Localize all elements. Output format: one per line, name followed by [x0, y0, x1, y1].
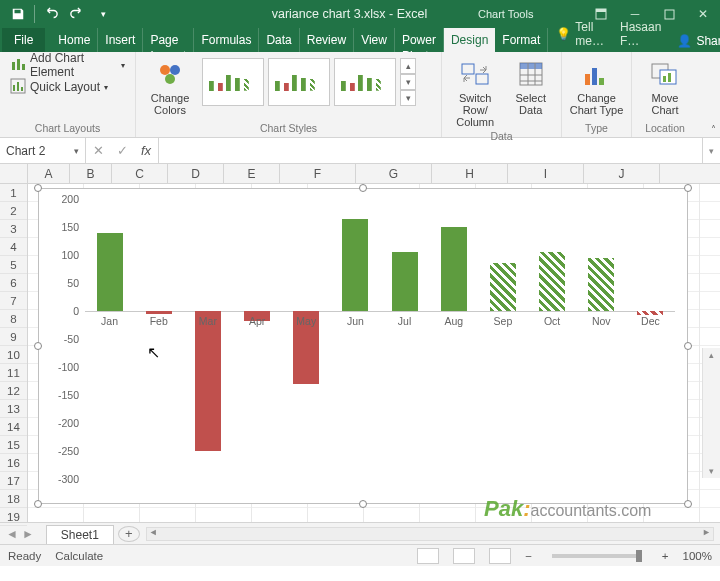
row-header[interactable]: 14: [0, 418, 27, 436]
tab-review[interactable]: Review: [300, 28, 354, 52]
resize-handle[interactable]: [34, 184, 42, 192]
scroll-up-icon[interactable]: ▴: [400, 58, 416, 74]
row-header[interactable]: 5: [0, 256, 27, 274]
column-header[interactable]: A: [28, 164, 70, 183]
chart-bar[interactable]: [195, 311, 221, 451]
tab-page-layout[interactable]: Page Layout: [143, 28, 194, 52]
row-header[interactable]: 2: [0, 202, 27, 220]
row-header[interactable]: 7: [0, 292, 27, 310]
sheet-nav[interactable]: ◄►: [0, 527, 40, 541]
change-chart-type-button[interactable]: Change Chart Type: [568, 54, 625, 116]
tab-view[interactable]: View: [354, 28, 395, 52]
chart-style-2[interactable]: [268, 58, 330, 106]
tab-home[interactable]: Home: [51, 28, 98, 52]
row-header[interactable]: 4: [0, 238, 27, 256]
fx-icon[interactable]: fx: [134, 143, 158, 158]
next-sheet-icon[interactable]: ►: [22, 527, 34, 541]
signed-in-user[interactable]: Hasaan F…: [612, 16, 669, 52]
redo-icon[interactable]: [65, 2, 89, 26]
row-header[interactable]: 13: [0, 400, 27, 418]
add-chart-element-button[interactable]: Add Chart Element ▾: [6, 54, 129, 76]
sheet-tab-active[interactable]: Sheet1: [46, 525, 114, 544]
move-chart-button[interactable]: Move Chart: [638, 54, 692, 116]
tab-file[interactable]: File: [2, 28, 45, 52]
row-header[interactable]: 9: [0, 328, 27, 346]
cancel-icon[interactable]: ✕: [86, 143, 110, 158]
resize-handle[interactable]: [34, 342, 42, 350]
tab-design[interactable]: Design: [444, 28, 495, 52]
tab-data[interactable]: Data: [259, 28, 299, 52]
tab-power-pivot[interactable]: Power Pivot: [395, 28, 444, 52]
row-header[interactable]: 18: [0, 490, 27, 508]
new-sheet-button[interactable]: +: [118, 526, 140, 542]
chart-bar[interactable]: [342, 219, 368, 311]
scroll-up-icon[interactable]: ▴: [709, 350, 714, 360]
vertical-scrollbar[interactable]: ▴▾: [702, 348, 720, 478]
column-header[interactable]: D: [168, 164, 224, 183]
chart-bar[interactable]: [97, 233, 123, 311]
row-header[interactable]: 6: [0, 274, 27, 292]
page-break-view-button[interactable]: [489, 548, 511, 564]
page-layout-view-button[interactable]: [453, 548, 475, 564]
resize-handle[interactable]: [359, 500, 367, 508]
column-header[interactable]: I: [508, 164, 584, 183]
tab-insert[interactable]: Insert: [98, 28, 143, 52]
row-header[interactable]: 17: [0, 472, 27, 490]
undo-icon[interactable]: [39, 2, 63, 26]
prev-sheet-icon[interactable]: ◄: [6, 527, 18, 541]
chart-bar[interactable]: [539, 252, 565, 311]
row-header[interactable]: 15: [0, 436, 27, 454]
expand-formula-bar-icon[interactable]: ▾: [702, 138, 720, 163]
normal-view-button[interactable]: [417, 548, 439, 564]
column-header[interactable]: C: [112, 164, 168, 183]
quick-layout-button[interactable]: Quick Layout ▾: [6, 76, 112, 98]
zoom-in-button[interactable]: +: [662, 550, 669, 562]
row-header[interactable]: 11: [0, 364, 27, 382]
select-all-corner[interactable]: [0, 164, 28, 183]
column-header[interactable]: J: [584, 164, 660, 183]
row-header[interactable]: 10: [0, 346, 27, 364]
scroll-down-icon[interactable]: ▾: [709, 466, 714, 476]
share-button[interactable]: 👤Share: [669, 30, 720, 52]
column-header[interactable]: H: [432, 164, 508, 183]
qat-customize-icon[interactable]: ▾: [91, 2, 115, 26]
zoom-level[interactable]: 100%: [683, 550, 712, 562]
chart-bar[interactable]: [588, 258, 614, 311]
scroll-down-icon[interactable]: ▾: [400, 74, 416, 90]
row-header[interactable]: 19: [0, 508, 27, 526]
formula-input[interactable]: [159, 138, 702, 163]
chart-bar[interactable]: [146, 311, 172, 314]
embedded-chart[interactable]: 200150100500-50-100-150-200-250-300JanFe…: [38, 188, 688, 504]
row-header[interactable]: 16: [0, 454, 27, 472]
chart-plot-area[interactable]: 200150100500-50-100-150-200-250-300JanFe…: [85, 199, 675, 479]
row-header[interactable]: 8: [0, 310, 27, 328]
collapse-ribbon-icon[interactable]: ˄: [711, 124, 716, 135]
chart-bar[interactable]: [490, 263, 516, 311]
gallery-expand-icon[interactable]: ▾: [400, 90, 416, 106]
resize-handle[interactable]: [34, 500, 42, 508]
horizontal-scrollbar[interactable]: [146, 527, 714, 541]
name-box[interactable]: Chart 2 ▾: [0, 138, 86, 163]
tab-formulas[interactable]: Formulas: [194, 28, 259, 52]
column-header[interactable]: G: [356, 164, 432, 183]
tell-me[interactable]: 💡Tell me…: [548, 16, 612, 52]
chart-bar[interactable]: [441, 227, 467, 311]
zoom-slider[interactable]: [552, 554, 642, 558]
column-header[interactable]: E: [224, 164, 280, 183]
close-icon[interactable]: ✕: [686, 0, 720, 28]
column-header[interactable]: B: [70, 164, 112, 183]
row-header[interactable]: 12: [0, 382, 27, 400]
resize-handle[interactable]: [684, 500, 692, 508]
cells-area[interactable]: 200150100500-50-100-150-200-250-300JanFe…: [28, 184, 720, 522]
row-header[interactable]: 3: [0, 220, 27, 238]
zoom-out-button[interactable]: −: [525, 550, 532, 562]
tab-format[interactable]: Format: [495, 28, 548, 52]
row-header[interactable]: 1: [0, 184, 27, 202]
switch-row-column-button[interactable]: Switch Row/ Column: [448, 54, 502, 128]
select-data-button[interactable]: Select Data: [506, 54, 555, 116]
chart-style-1[interactable]: [202, 58, 264, 106]
enter-icon[interactable]: ✓: [110, 143, 134, 158]
resize-handle[interactable]: [359, 184, 367, 192]
save-icon[interactable]: [6, 2, 30, 26]
chart-bar[interactable]: [392, 252, 418, 311]
